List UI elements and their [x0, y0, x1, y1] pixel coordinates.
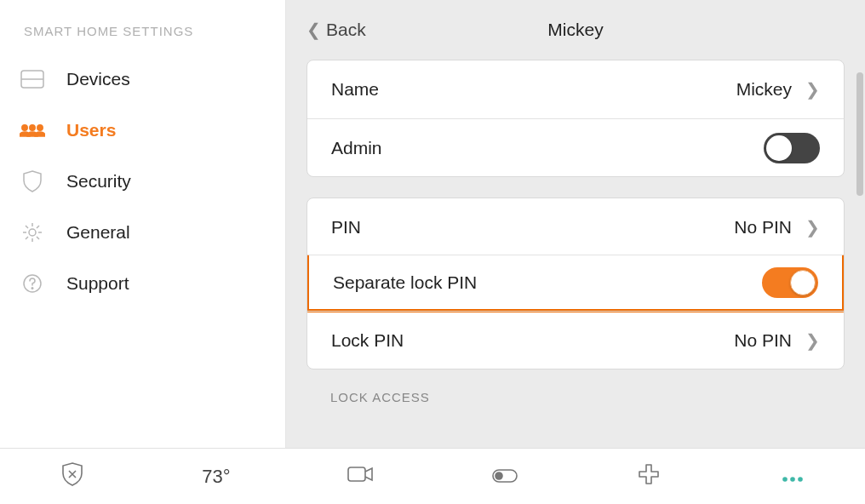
row-value: No PIN: [734, 330, 792, 351]
svg-point-11: [782, 477, 788, 482]
temperature-value: 73°: [202, 466, 230, 488]
sidebar-item-users[interactable]: Users: [0, 105, 285, 156]
bottombar-more[interactable]: [721, 466, 865, 488]
row-separate-lock-pin: Separate lock PIN: [306, 255, 845, 312]
scroll-area[interactable]: Name Mickey ❯ Admin: [286, 60, 865, 448]
shield-icon: [19, 168, 46, 195]
more-icon: [782, 466, 804, 488]
plus-icon: [639, 464, 659, 490]
bottombar-security[interactable]: [0, 462, 144, 491]
chevron-left-icon: ❮: [306, 20, 321, 40]
camera-icon: [347, 466, 373, 488]
sidebar-item-general[interactable]: General: [0, 207, 285, 258]
svg-point-12: [790, 477, 795, 482]
chevron-right-icon: ❯: [805, 79, 820, 100]
devices-icon: [19, 66, 46, 93]
row-value: No PIN: [734, 217, 792, 238]
bottombar-camera[interactable]: [289, 466, 432, 488]
row-label: Lock PIN: [331, 330, 404, 351]
sidebar-item-label: Devices: [66, 69, 130, 89]
row-label: Separate lock PIN: [333, 272, 477, 293]
toggle-icon: [492, 466, 518, 488]
sidebar-title: SMART HOME SETTINGS: [0, 24, 285, 54]
svg-point-10: [496, 472, 502, 479]
main-header: ❮ Back Mickey: [286, 0, 865, 60]
row-label: Name: [331, 79, 379, 100]
settings-group: PIN No PIN ❯ Separate lock PIN Lock P: [306, 198, 845, 369]
row-pin[interactable]: PIN No PIN ❯: [307, 198, 844, 256]
svg-point-13: [798, 477, 803, 482]
svg-point-2: [22, 125, 27, 130]
settings-group: Name Mickey ❯ Admin: [306, 60, 845, 177]
section-label: LOCK ACCESS: [306, 390, 845, 408]
bottom-bar: 73°: [0, 448, 865, 504]
sidebar-item-support[interactable]: Support: [0, 258, 285, 309]
svg-point-4: [37, 125, 43, 130]
bottombar-temperature[interactable]: 73°: [145, 466, 289, 488]
back-label: Back: [326, 20, 366, 40]
sidebar-item-devices[interactable]: Devices: [0, 54, 285, 105]
row-name[interactable]: Name Mickey ❯: [307, 60, 844, 118]
main-panel: ❮ Back Mickey Name Mickey ❯: [286, 0, 865, 448]
users-icon: [19, 117, 46, 144]
back-button[interactable]: ❮ Back: [306, 20, 366, 40]
sidebar-item-label: Users: [66, 120, 116, 140]
help-icon: [19, 270, 46, 297]
shield-x-icon: [62, 462, 83, 491]
sidebar: SMART HOME SETTINGS Devices Users: [0, 0, 286, 448]
svg-point-7: [32, 288, 33, 289]
row-value: Mickey: [736, 79, 792, 100]
chevron-right-icon: ❯: [805, 217, 820, 238]
row-label: Admin: [331, 138, 382, 158]
admin-toggle[interactable]: [764, 133, 820, 163]
row-admin: Admin: [307, 118, 844, 176]
chevron-right-icon: ❯: [805, 330, 820, 351]
scrollbar-thumb[interactable]: [856, 72, 863, 196]
sidebar-item-label: Support: [66, 273, 129, 294]
svg-point-3: [30, 125, 35, 130]
bottombar-toggle[interactable]: [432, 466, 576, 488]
row-label: PIN: [331, 217, 361, 238]
gear-icon: [19, 219, 46, 246]
svg-rect-8: [348, 467, 365, 481]
sidebar-item-label: General: [66, 222, 130, 243]
separate-lock-pin-toggle[interactable]: [762, 267, 818, 298]
page-title: Mickey: [547, 20, 603, 40]
sidebar-item-security[interactable]: Security: [0, 156, 285, 207]
bottombar-add[interactable]: [577, 464, 721, 490]
row-lock-pin[interactable]: Lock PIN No PIN ❯: [307, 311, 844, 369]
sidebar-item-label: Security: [66, 171, 131, 192]
svg-point-5: [29, 229, 36, 236]
